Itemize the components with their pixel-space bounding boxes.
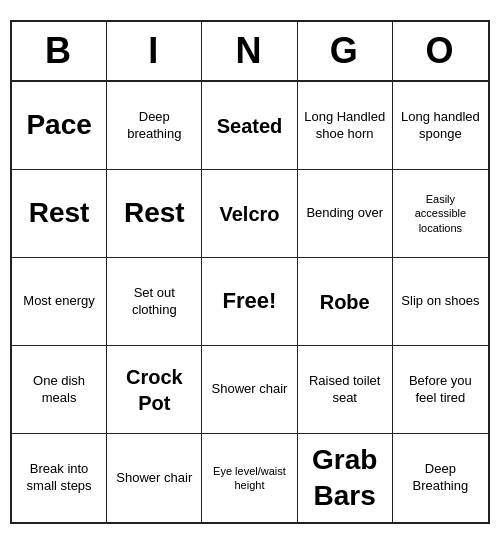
bingo-cell: Most energy — [12, 258, 107, 346]
bingo-cell: Slip on shoes — [393, 258, 488, 346]
bingo-cell: Crock Pot — [107, 346, 202, 434]
bingo-cell: Bending over — [298, 170, 393, 258]
bingo-card: BINGO PaceDeep breathingSeatedLong Handl… — [10, 20, 490, 524]
bingo-cell: Eye level/waist height — [202, 434, 297, 522]
bingo-cell: Rest — [107, 170, 202, 258]
bingo-cell: Shower chair — [107, 434, 202, 522]
header-letter: I — [107, 22, 202, 80]
header-letter: O — [393, 22, 488, 80]
bingo-cell: Easily accessible locations — [393, 170, 488, 258]
header-letter: B — [12, 22, 107, 80]
bingo-cell: Shower chair — [202, 346, 297, 434]
bingo-cell: One dish meals — [12, 346, 107, 434]
bingo-cell: Long handled sponge — [393, 82, 488, 170]
header-letter: G — [298, 22, 393, 80]
header-letter: N — [202, 22, 297, 80]
bingo-cell: Break into small steps — [12, 434, 107, 522]
bingo-header: BINGO — [12, 22, 488, 82]
bingo-grid: PaceDeep breathingSeatedLong Handled sho… — [12, 82, 488, 522]
bingo-cell: Grab Bars — [298, 434, 393, 522]
bingo-cell: Long Handled shoe horn — [298, 82, 393, 170]
bingo-cell: Rest — [12, 170, 107, 258]
bingo-cell: Set out clothing — [107, 258, 202, 346]
bingo-cell: Deep breathing — [107, 82, 202, 170]
bingo-cell: Raised toilet seat — [298, 346, 393, 434]
bingo-cell: Robe — [298, 258, 393, 346]
bingo-cell: Free! — [202, 258, 297, 346]
bingo-cell: Deep Breathing — [393, 434, 488, 522]
bingo-cell: Pace — [12, 82, 107, 170]
bingo-cell: Seated — [202, 82, 297, 170]
bingo-cell: Before you feel tired — [393, 346, 488, 434]
bingo-cell: Velcro — [202, 170, 297, 258]
